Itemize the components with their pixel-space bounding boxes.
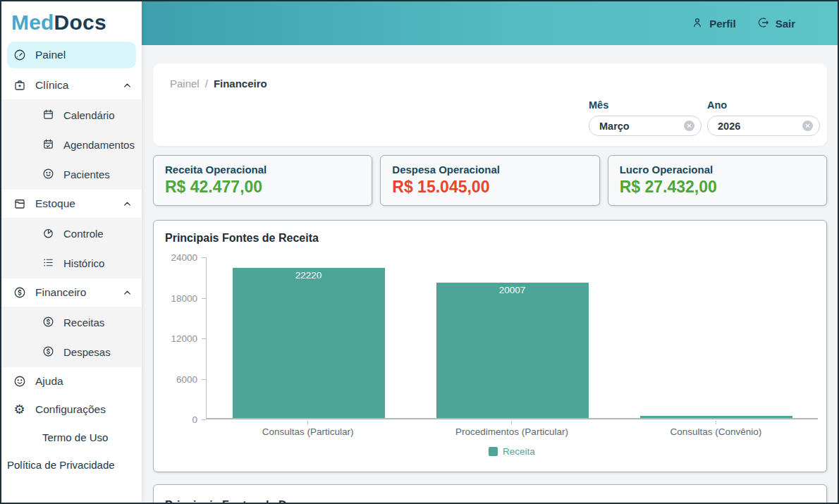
breadcrumb-separator: / bbox=[205, 78, 208, 90]
dollar-circle-icon bbox=[42, 345, 55, 358]
year-filter: Ano 2026 ✕ bbox=[707, 99, 820, 136]
summary-cards: Receita Operacional R$ 42.477,00 Despesa… bbox=[153, 155, 827, 206]
sidebar-item-financeiro[interactable]: Financeiro bbox=[1, 278, 142, 307]
x-category-label: Consultas (Particular) bbox=[262, 426, 354, 437]
month-filter-label: Mês bbox=[589, 99, 702, 111]
sidebar-item-label: Configurações bbox=[35, 402, 106, 417]
sidebar-item-calendario[interactable]: Calendário bbox=[1, 100, 142, 130]
pie-chart-icon bbox=[42, 227, 55, 240]
x-category: Consultas (Particular) bbox=[206, 421, 410, 437]
y-tick-label: 12000 bbox=[171, 333, 197, 344]
year-select[interactable]: 2026 ✕ bbox=[707, 116, 820, 136]
smiley-icon bbox=[13, 375, 26, 388]
y-tick-label: 18000 bbox=[171, 293, 197, 303]
chart-bar: 20007 bbox=[436, 283, 589, 418]
calendar-icon bbox=[42, 109, 55, 121]
chevron-up-icon bbox=[123, 288, 132, 297]
year-filter-label: Ano bbox=[707, 99, 820, 111]
chart-bar-slot: 22220 bbox=[207, 257, 410, 418]
calendar-check-icon bbox=[42, 138, 55, 151]
bar-value-label: 20007 bbox=[436, 285, 589, 295]
sidebar-item-receitas[interactable]: Receitas bbox=[1, 307, 142, 337]
sidebar-item-painel[interactable]: Painel bbox=[1, 40, 142, 71]
app-logo[interactable]: MedDocs bbox=[1, 1, 142, 40]
x-tick-mark bbox=[307, 421, 308, 424]
app-window: MedDocs Painel Clínica bbox=[0, 0, 839, 504]
breadcrumb-current: Financeiro bbox=[214, 78, 267, 90]
sidebar-item-label: Receitas bbox=[63, 316, 104, 328]
sidebar-item-label: Pacientes bbox=[63, 168, 110, 180]
y-tick-label: 6000 bbox=[176, 374, 197, 384]
sidebar-item-label: Painel bbox=[35, 48, 66, 62]
logout-label: Sair bbox=[776, 18, 795, 30]
sidebar-nav: Painel Clínica Calendário bbox=[1, 40, 142, 503]
main-content: Painel / Financeiro Mês Março ✕ Ano bbox=[142, 45, 838, 503]
sidebar-item-label: Ajuda bbox=[35, 374, 63, 388]
x-category: Procedimentos (Particular) bbox=[410, 421, 613, 437]
summary-card-lucro: Lucro Operacional R$ 27.432,00 bbox=[608, 155, 827, 206]
sidebar: MedDocs Painel Clínica bbox=[1, 1, 142, 503]
month-select[interactable]: Março ✕ bbox=[589, 116, 702, 136]
sidebar-item-estoque[interactable]: Estoque bbox=[1, 190, 142, 218]
card-value: R$ 27.432,00 bbox=[620, 178, 815, 197]
topbar: Perfil Sair bbox=[142, 1, 838, 45]
sidebar-link-termo-de-uso[interactable]: Termo de Uso bbox=[1, 424, 142, 451]
sidebar-item-label: Calendário bbox=[63, 109, 115, 121]
logo-part-docs: Docs bbox=[54, 11, 106, 34]
expense-chart-title: Principais Fontes de Despesa bbox=[165, 499, 815, 503]
sidebar-item-despesas[interactable]: Despesas bbox=[1, 337, 142, 367]
sidebar-item-ajuda[interactable]: Ajuda bbox=[1, 367, 142, 395]
profile-button[interactable]: Perfil bbox=[691, 16, 736, 31]
box-icon bbox=[13, 197, 26, 211]
logout-icon bbox=[757, 16, 770, 31]
breadcrumb-panel: Painel / Financeiro Mês Março ✕ Ano bbox=[153, 63, 827, 146]
y-tick-label: 0 bbox=[192, 414, 197, 425]
sidebar-item-agendamentos[interactable]: Agendamentos bbox=[1, 130, 142, 159]
month-filter: Mês Março ✕ bbox=[589, 99, 702, 136]
sidebar-item-pacientes[interactable]: Pacientes bbox=[1, 159, 142, 189]
y-tick-label: 24000 bbox=[171, 252, 197, 263]
breadcrumb-parent[interactable]: Painel bbox=[170, 78, 200, 90]
bar-value-label: 22220 bbox=[233, 270, 385, 281]
sidebar-item-configuracoes[interactable]: ⚙ Configurações bbox=[1, 395, 142, 424]
sidebar-link-politica-privacidade[interactable]: Política de Privacidade bbox=[1, 451, 142, 479]
medical-bag-icon bbox=[13, 79, 26, 92]
sidebar-subgroup-clinica: Calendário Agendamentos Pacientes bbox=[1, 99, 142, 190]
sidebar-item-label: Estoque bbox=[35, 197, 75, 211]
smiley-icon bbox=[42, 168, 55, 180]
clear-icon[interactable]: ✕ bbox=[802, 121, 813, 131]
list-icon bbox=[42, 257, 55, 269]
sidebar-item-label: Controle bbox=[63, 228, 104, 240]
x-tick-mark bbox=[511, 421, 512, 424]
dollar-circle-icon bbox=[42, 316, 55, 328]
chart-bar: 22220 bbox=[233, 268, 385, 418]
expense-chart-card: Principais Fontes de Despesa bbox=[153, 484, 827, 503]
person-icon bbox=[691, 16, 704, 31]
sidebar-item-label: Despesas bbox=[63, 346, 111, 358]
card-value: R$ 42.477,00 bbox=[165, 178, 360, 197]
gauge-icon bbox=[13, 49, 26, 62]
sidebar-item-controle[interactable]: Controle bbox=[1, 219, 142, 248]
chart-y-axis: 06000120001800024000 bbox=[165, 257, 206, 419]
chevron-up-icon bbox=[123, 199, 132, 209]
chart-plot: 2222020007250 bbox=[206, 257, 818, 419]
filters: Mês Março ✕ Ano 2026 ✕ bbox=[589, 99, 820, 136]
chart-bar-slot: 20007 bbox=[410, 257, 614, 418]
sidebar-item-label: Financeiro bbox=[35, 285, 86, 300]
sidebar-subgroup-financeiro: Receitas Despesas bbox=[1, 307, 142, 367]
revenue-chart: 06000120001800024000 2222020007250 Consu… bbox=[165, 250, 815, 462]
y-tick-mark bbox=[202, 419, 206, 420]
chevron-up-icon bbox=[123, 81, 132, 90]
clear-icon[interactable]: ✕ bbox=[684, 121, 694, 131]
sidebar-item-clinica[interactable]: Clínica bbox=[1, 71, 142, 99]
gear-icon: ⚙ bbox=[13, 403, 26, 417]
card-value: R$ 15.045,00 bbox=[392, 178, 587, 197]
chart-legend[interactable]: Receita bbox=[206, 446, 818, 457]
logo-part-med: Med bbox=[11, 11, 54, 34]
logout-button[interactable]: Sair bbox=[757, 16, 795, 31]
dollar-circle-icon bbox=[13, 286, 26, 300]
x-category-label: Procedimentos (Particular) bbox=[455, 426, 568, 437]
sidebar-item-historico[interactable]: Histórico bbox=[1, 248, 142, 278]
sidebar-subgroup-estoque: Controle Histórico bbox=[1, 218, 142, 278]
card-title: Lucro Operacional bbox=[620, 164, 815, 176]
